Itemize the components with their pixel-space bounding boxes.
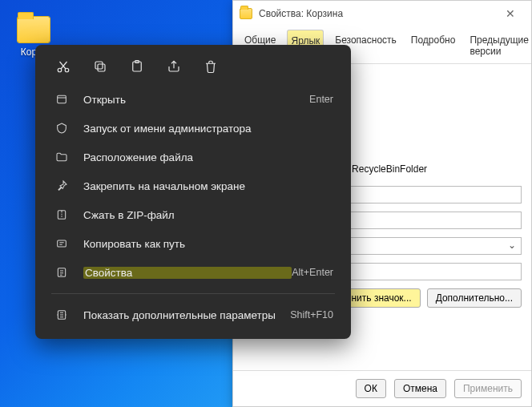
path-icon bbox=[53, 237, 71, 250]
share-icon[interactable] bbox=[165, 58, 183, 75]
svg-rect-8 bbox=[58, 240, 66, 247]
context-item-shortcut: Alt+Enter bbox=[292, 267, 333, 278]
props-icon bbox=[53, 266, 71, 279]
window-title: Свойства: Корзина bbox=[259, 8, 496, 19]
context-separator bbox=[51, 293, 335, 294]
dialog-footer: ОК Отмена Применить bbox=[233, 370, 531, 406]
context-item-open[interactable]: ОткрытьEnter bbox=[35, 85, 351, 114]
svg-rect-2 bbox=[98, 64, 105, 71]
more-icon bbox=[53, 308, 71, 321]
folder-icon bbox=[53, 151, 71, 163]
tab-previous[interactable]: Предыдущие версии bbox=[466, 30, 532, 63]
delete-icon[interactable] bbox=[202, 58, 220, 75]
zip-icon bbox=[53, 208, 71, 221]
context-item-label: Открыть bbox=[83, 94, 309, 106]
cancel-button[interactable]: Отмена bbox=[394, 379, 446, 398]
context-item-zip[interactable]: Сжать в ZIP-файл bbox=[35, 200, 351, 229]
context-item-pin[interactable]: Закрепить на начальном экране bbox=[35, 171, 351, 200]
admin-icon bbox=[53, 122, 71, 135]
titlebar[interactable]: Свойства: Корзина ✕ bbox=[233, 1, 531, 26]
tab-details[interactable]: Подробно bbox=[408, 30, 459, 63]
svg-rect-6 bbox=[58, 95, 66, 103]
context-item-admin[interactable]: Запуск от имени администратора bbox=[35, 114, 351, 143]
context-item-label: Показать дополнительные параметры bbox=[83, 309, 290, 321]
svg-rect-3 bbox=[95, 62, 103, 69]
context-item-label: Сжать в ZIP-файл bbox=[83, 209, 333, 221]
cut-icon[interactable] bbox=[54, 58, 72, 75]
context-item-label: Закрепить на начальном экране bbox=[83, 180, 333, 192]
context-item-label: Свойства bbox=[83, 267, 292, 279]
paste-icon[interactable] bbox=[128, 58, 146, 75]
context-item-label: Расположение файла bbox=[83, 151, 333, 163]
advanced-button[interactable]: Дополнительно... bbox=[427, 288, 522, 308]
context-item-shortcut: Enter bbox=[309, 94, 333, 105]
context-item-label: Запуск от имени администратора bbox=[83, 123, 333, 135]
context-item-folder[interactable]: Расположение файла bbox=[35, 143, 351, 171]
apply-button[interactable]: Применить bbox=[454, 379, 522, 398]
pin-icon bbox=[53, 179, 71, 192]
context-item-label: Копировать как путь bbox=[83, 238, 333, 250]
context-item-path[interactable]: Копировать как путь bbox=[35, 229, 351, 258]
context-item-shortcut: Shift+F10 bbox=[290, 309, 333, 320]
context-icon-row bbox=[35, 53, 351, 85]
open-icon bbox=[53, 93, 71, 106]
context-item-more[interactable]: Показать дополнительные параметрыShift+F… bbox=[35, 300, 351, 329]
folder-icon bbox=[17, 16, 50, 43]
window-icon bbox=[240, 8, 252, 19]
ok-button[interactable]: ОК bbox=[356, 379, 386, 398]
copy-icon[interactable] bbox=[91, 58, 109, 75]
context-item-props[interactable]: СвойстваAlt+Enter bbox=[35, 258, 351, 287]
context-menu: ОткрытьEnterЗапуск от имени администрато… bbox=[35, 45, 351, 339]
close-button[interactable]: ✕ bbox=[496, 1, 525, 26]
